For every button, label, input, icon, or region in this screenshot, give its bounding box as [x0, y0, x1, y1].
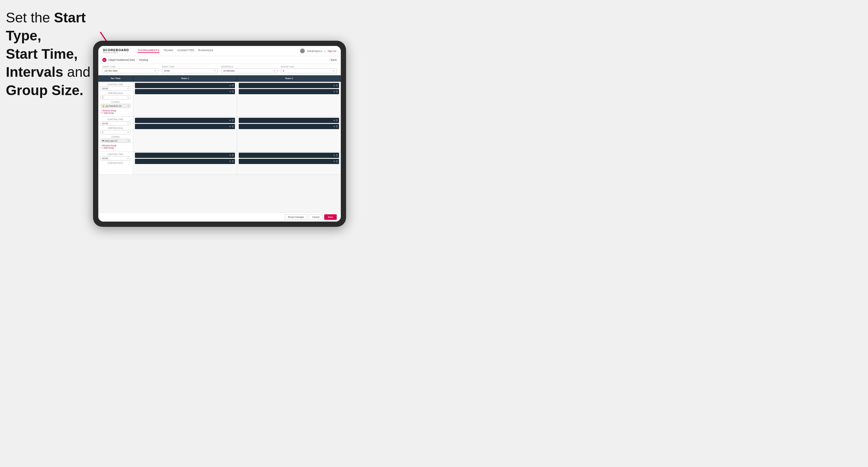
add-group-btn-1[interactable]: + + Add Group — [101, 112, 130, 114]
starting-time-input-3[interactable]: 10:20 ⏱ — [101, 156, 130, 160]
chevron-down-icon-3: ▼ — [333, 70, 335, 72]
team1-col-3: ✕ ☰ ✕ ☰ — [133, 152, 237, 175]
group-size-group: Group Size 3 ▼ — [281, 66, 337, 73]
starting-time-input-2[interactable]: 10:10 ⏱ — [101, 121, 130, 126]
tee-actions-1: ○ Remove Group + + Add Group — [101, 110, 130, 114]
separator: | — [325, 50, 326, 52]
remove-player-icon[interactable]: ✕ ☰ — [333, 154, 338, 157]
remove-player-icon[interactable]: ✕ ☰ — [333, 84, 338, 87]
intervals-select[interactable]: 10 Minutes ▼ — [221, 68, 277, 73]
table-row: STARTING TIME: 10:00 ⏱ STARTING HOLE: 1 … — [98, 82, 341, 117]
instruction-line4: and — [63, 64, 90, 80]
starting-time-val-1: 10:00 — [102, 87, 126, 90]
start-type-value: 1st Tee Start — [104, 69, 118, 72]
starting-time-val-2: 10:10 — [102, 122, 126, 125]
cancel-button[interactable]: Cancel — [309, 214, 322, 220]
chevron-down-icon: ▼ — [154, 70, 156, 72]
nav-teams[interactable]: TEAMS — [163, 49, 173, 53]
team1-col-1: ✕ ☰ ✕ ☰ — [133, 82, 237, 116]
chevron-down-icon-5: ▼ — [127, 131, 129, 133]
instruction-line5: Group Size. — [6, 83, 84, 98]
instruction-line3: Intervals — [6, 64, 63, 80]
sign-out-link[interactable]: Sign out — [328, 50, 336, 52]
team1-col-2: ✕ ☰ ✕ ☰ — [133, 117, 237, 151]
list-item: ✕ ☰ — [135, 118, 235, 123]
remove-course-icon[interactable]: ✕ — [127, 105, 129, 107]
back-button[interactable]: ‹ Back — [329, 58, 337, 61]
instruction-block: Set the Start Type, Start Time, Interval… — [6, 9, 96, 99]
course-name-1: (A) Peachtree GC — [105, 105, 122, 107]
remove-player-icon[interactable]: ✕ ☰ — [229, 125, 234, 128]
save-button[interactable]: Save — [324, 214, 337, 220]
table-row: STARTING TIME: 10:20 ⏱ STARTING HOLE: ✕ … — [98, 152, 341, 175]
remove-group-btn-2[interactable]: ○ Remove Group — [101, 145, 130, 147]
starting-time-label-3: STARTING TIME: — [101, 153, 130, 155]
instruction-line1: Set the — [6, 10, 54, 25]
course-tag-2[interactable]: 🗺 East Lake GC ✕ — [101, 139, 130, 143]
remove-player-icon[interactable]: ✕ ☰ — [229, 90, 234, 93]
nav-tournaments[interactable]: TOURNAMENTS — [137, 49, 159, 53]
remove-player-icon[interactable]: ✕ ☰ — [333, 125, 338, 128]
remove-player-icon[interactable]: ✕ ☰ — [229, 84, 234, 87]
starting-time-input-1[interactable]: 10:00 ⏱ — [101, 86, 130, 91]
intervals-label: Intervals — [221, 66, 277, 68]
remove-group-btn-1[interactable]: ○ Remove Group — [101, 110, 130, 112]
starting-hole-label-3: STARTING HOLE: — [101, 162, 130, 164]
starting-hole-label-2: STARTING HOLE: — [101, 127, 130, 129]
logo-area: SCOREBOARD Powered by clipp.io — [103, 48, 129, 54]
clock-icon-1: ⏱ — [127, 88, 129, 90]
instruction-line2: Start Time, — [6, 46, 78, 62]
controls-bar: Start Type 1st Tee Start ▼ Start Time 10… — [98, 64, 341, 75]
list-item: ✕ ☰ — [239, 159, 339, 164]
team2-col-3: ✕ ☰ ✕ ☰ — [237, 152, 341, 175]
add-group-btn-2[interactable]: + + Add Group — [101, 147, 130, 149]
nav-bar: SCOREBOARD Powered by clipp.io TOURNAMEN… — [98, 46, 341, 56]
start-type-select[interactable]: 1st Tee Start ▼ — [102, 68, 158, 73]
start-time-select[interactable]: 10:00 ⏱ — [162, 68, 218, 73]
nav-committee[interactable]: COMMITTEE — [177, 49, 194, 53]
user-avatar — [300, 49, 305, 53]
flag-icon: ⛳ — [102, 105, 105, 107]
tournament-name[interactable]: Clippd Invitational (Me) — [108, 58, 135, 61]
th-team2: Team 2 — [237, 75, 341, 82]
starting-hole-val-2: 1 — [102, 131, 103, 133]
course-tag-1[interactable]: ⛳ (A) Peachtree GC ✕ — [101, 104, 130, 108]
remove-player-icon[interactable]: ✕ ☰ — [333, 90, 338, 93]
starting-hole-select-2[interactable]: 1 ▼ — [101, 130, 130, 134]
tablet-screen: SCOREBOARD Powered by clipp.io TOURNAMEN… — [98, 46, 341, 222]
group-size-value: 3 — [283, 69, 284, 72]
table-header: Tee Time Team 1 Team 2 — [98, 75, 341, 82]
start-time-label: Start Time — [162, 66, 218, 68]
remove-player-icon[interactable]: ✕ ☰ — [229, 154, 234, 157]
starting-time-label-2: STARTING TIME: — [101, 118, 130, 120]
list-item: ✕ ☰ — [239, 124, 339, 129]
course-name-2: East Lake GC — [105, 140, 118, 142]
remove-player-icon[interactable]: ✕ ☰ — [333, 119, 338, 122]
clock-icon-2: ⏱ — [127, 122, 129, 124]
list-item: ✕ ☰ — [239, 153, 339, 158]
logo-text: SCOREBOARD — [103, 48, 129, 52]
clock-icon-3: ⏱ — [127, 157, 129, 159]
list-item: ✕ ☰ — [135, 153, 235, 158]
schedule-table: Tee Time Team 1 Team 2 STARTING TIME: 10… — [98, 75, 341, 212]
user-email: blair@clippd.io — [307, 50, 322, 52]
chevron-down-icon-2: ▼ — [273, 70, 275, 72]
remove-player-icon[interactable]: ✕ ☰ — [229, 119, 234, 122]
remove-player-icon[interactable]: ✕ ☰ — [229, 160, 234, 163]
nav-right: blair@clippd.io | Sign out — [300, 49, 336, 53]
starting-hole-select-1[interactable]: 1 ▼ — [101, 95, 130, 99]
list-item: ✕ ☰ — [135, 83, 235, 88]
reset-changes-button[interactable]: Reset Changes — [285, 214, 307, 220]
group-size-select[interactable]: 3 ▼ — [281, 68, 337, 73]
tee-time-cell-3: STARTING TIME: 10:20 ⏱ STARTING HOLE: — [98, 152, 133, 175]
nav-rankings[interactable]: RANKINGS — [198, 49, 213, 53]
remove-player-icon[interactable]: ✕ ☰ — [333, 160, 338, 163]
start-time-value: 10:00 — [164, 69, 170, 72]
remove-course-icon-2[interactable]: ✕ — [127, 139, 129, 142]
list-item: ✕ ☰ — [135, 89, 235, 94]
starting-hole-label-1: STARTING HOLE: — [101, 92, 130, 94]
tee-time-cell-1: STARTING TIME: 10:00 ⏱ STARTING HOLE: 1 … — [98, 82, 133, 116]
list-item: ✕ ☰ — [135, 159, 235, 164]
logo-sub: Powered by clipp.io — [103, 52, 129, 54]
start-time-group: Start Time 10:00 ⏱ — [162, 66, 218, 73]
